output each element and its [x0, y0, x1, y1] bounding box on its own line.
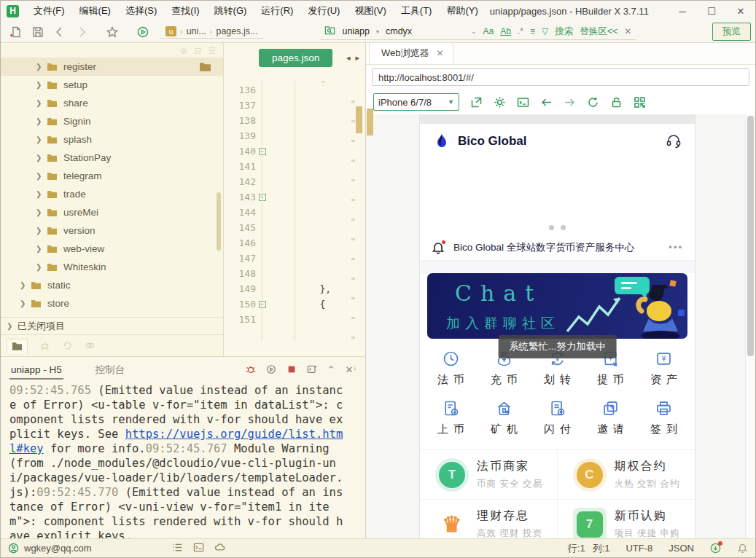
- menu-item[interactable]: 编辑(E): [72, 1, 118, 20]
- carousel-dot[interactable]: [549, 225, 554, 230]
- tree-item-setup[interactable]: ❯setup: [1, 76, 223, 94]
- notice-bar[interactable]: Bico Global 全球站数字货币资产服务中心 •••: [420, 235, 695, 261]
- tree-item-Signin[interactable]: ❯Signin: [1, 112, 223, 130]
- encoding[interactable]: UTF-8: [626, 543, 652, 554]
- account-item[interactable]: wgkey@qq.com: [8, 543, 92, 554]
- stop-icon[interactable]: [287, 364, 297, 374]
- feature-card[interactable]: C期权合约火热 交割 合约: [558, 450, 695, 500]
- menu-item[interactable]: 选择(S): [118, 1, 164, 20]
- tree-item-register[interactable]: ❯register: [1, 58, 223, 76]
- editor-line[interactable]: 138: [224, 113, 365, 128]
- multiline-icon[interactable]: ≡: [530, 26, 535, 36]
- whole-word-icon[interactable]: Ab: [500, 26, 511, 36]
- explorer-tab-debug-icon[interactable]: [39, 341, 50, 350]
- fold-icon[interactable]: −: [259, 301, 266, 308]
- explorer-scrollbar[interactable]: [217, 192, 221, 251]
- device-select[interactable]: iPhone 6/7/8 ▼: [373, 93, 459, 111]
- tree-item-trade[interactable]: ❯trade: [1, 185, 223, 203]
- tree-item-StationPay[interactable]: ❯StationPay: [1, 149, 223, 167]
- update-icon[interactable]: [710, 543, 721, 554]
- tree-item-version[interactable]: ❯version: [1, 221, 223, 240]
- search-scope[interactable]: uniapp: [342, 26, 370, 36]
- menu-item[interactable]: 运行(R): [254, 1, 300, 20]
- reload-icon[interactable]: [587, 96, 599, 109]
- console-tab-uniapp-h5[interactable]: uniapp - H5: [9, 360, 63, 380]
- menu-item[interactable]: 查找(I): [164, 1, 206, 20]
- new-file-icon[interactable]: [5, 23, 27, 41]
- customer-service-icon[interactable]: [666, 133, 682, 149]
- run-icon[interactable]: [132, 23, 154, 41]
- editor-scrollbar-thumb[interactable]: [356, 106, 362, 133]
- tab-scroll-left-icon[interactable]: ◂: [346, 53, 352, 62]
- tree-item-share[interactable]: ❯share: [1, 94, 223, 112]
- cloud-sync-icon[interactable]: [214, 542, 225, 555]
- fold-icon[interactable]: −: [259, 148, 266, 155]
- editor-line[interactable]: 142: [224, 174, 365, 189]
- filetype[interactable]: JSON: [669, 543, 694, 554]
- quick-action-flash[interactable]: 闪付: [531, 398, 584, 436]
- devtools-console-icon[interactable]: [517, 96, 529, 109]
- tree-item-Whiteskin[interactable]: ❯Whiteskin: [1, 258, 223, 276]
- debug-bug-icon[interactable]: [246, 364, 256, 374]
- editor-tab-pagesjson[interactable]: pages.json: [259, 49, 332, 67]
- editor-line[interactable]: 136: [224, 82, 365, 98]
- tree-item-usreMei[interactable]: ❯usreMei: [1, 203, 223, 221]
- carousel-dot[interactable]: [561, 225, 566, 230]
- quick-action-listing[interactable]: 上币: [424, 398, 478, 436]
- editor-line[interactable]: 140−: [224, 144, 365, 159]
- tree-item-web-view[interactable]: ❯web-view: [1, 240, 223, 258]
- editor-line[interactable]: 149 },: [224, 281, 365, 296]
- editor-line[interactable]: 148: [224, 266, 365, 281]
- save-icon[interactable]: [27, 23, 49, 41]
- settings-gear-icon[interactable]: [494, 96, 506, 109]
- cursor-line[interactable]: 行:1: [568, 542, 585, 555]
- open-external-icon[interactable]: [470, 96, 483, 109]
- quick-action-miner[interactable]: 矿机: [478, 398, 531, 436]
- viewport-scrollbar-thumb[interactable]: [367, 109, 373, 135]
- editor-line[interactable]: 150− {: [224, 296, 365, 312]
- tree-item-static[interactable]: ❯static: [1, 276, 223, 294]
- match-case-icon[interactable]: Aa: [483, 26, 494, 36]
- console-log[interactable]: 09:52:45.765 (Emitted value instead of a…: [1, 382, 365, 538]
- close-button[interactable]: ✕: [726, 1, 755, 21]
- restart-icon[interactable]: [266, 364, 276, 374]
- close-search-icon[interactable]: ✕: [624, 26, 631, 36]
- nav-back-icon[interactable]: [540, 96, 553, 109]
- clear-console-icon[interactable]: ✕↓: [346, 364, 356, 375]
- url-input[interactable]: [372, 68, 749, 86]
- editor-line[interactable]: 139: [224, 128, 365, 144]
- breadcrumb[interactable]: u › uni... › pages.js...: [160, 25, 263, 39]
- minimize-button[interactable]: ─: [668, 1, 697, 21]
- explorer-tab-files-icon[interactable]: [7, 339, 28, 353]
- maximize-button[interactable]: ☐: [697, 1, 726, 21]
- qrcode-icon[interactable]: [634, 96, 646, 109]
- banner-carousel[interactable]: [420, 159, 695, 235]
- explorer-tab-extensions-icon[interactable]: [85, 341, 96, 350]
- editor-line[interactable]: 141: [224, 159, 365, 174]
- editor-line[interactable]: 147: [224, 251, 365, 266]
- menu-item[interactable]: 工具(T): [394, 1, 440, 20]
- menu-item[interactable]: 文件(F): [26, 1, 72, 20]
- notice-more-icon[interactable]: •••: [669, 242, 683, 253]
- menu-item[interactable]: 视图(V): [347, 1, 393, 20]
- quick-action-assets[interactable]: ¥资产: [637, 349, 690, 387]
- breadcrumb-project[interactable]: uni...: [187, 26, 206, 36]
- chat-banner[interactable]: Chat 加入群聊社区: [427, 273, 687, 339]
- browser-tab-close-icon[interactable]: ✕: [437, 48, 444, 58]
- tree-item-store[interactable]: ❯store: [1, 294, 223, 313]
- editor-line[interactable]: 146: [224, 235, 365, 251]
- collapse-panel-icon[interactable]: ⌃: [327, 364, 335, 375]
- feature-card[interactable]: ♛理财存息高效 理财 投资: [420, 500, 558, 538]
- feature-card[interactable]: 7新币认购项目 便捷 申购: [558, 500, 695, 538]
- tree-item-telegram[interactable]: ❯telegram: [1, 167, 223, 185]
- search-button[interactable]: 搜索: [555, 25, 573, 38]
- favorite-star-icon[interactable]: [101, 23, 123, 41]
- tree-item-splash[interactable]: ❯splash: [1, 130, 223, 149]
- quick-action-invite[interactable]: 邀请: [584, 398, 637, 436]
- closed-projects-section[interactable]: ❯ 已关闭项目: [1, 317, 223, 334]
- notifications-bell-icon[interactable]: [737, 543, 748, 554]
- quick-action-checkin[interactable]: 签到: [637, 398, 690, 436]
- menu-item[interactable]: 发行(U): [300, 1, 347, 20]
- quick-action-clock[interactable]: 法币: [424, 349, 478, 387]
- terminal-icon[interactable]: [193, 542, 204, 555]
